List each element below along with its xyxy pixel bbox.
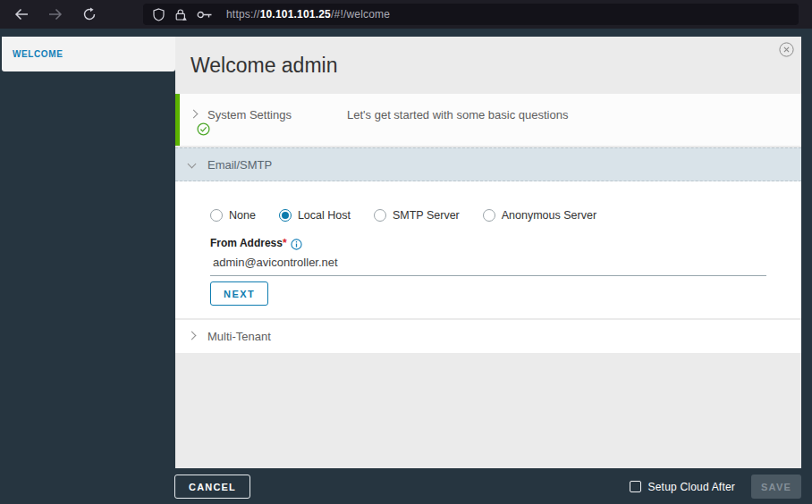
smtp-source-radio-group: None Local Host SMTP Server Anonymous Se… — [210, 209, 620, 222]
from-address-input[interactable] — [210, 254, 766, 276]
accordion-system-settings[interactable]: System Settings Let's get started with s… — [175, 94, 801, 146]
required-marker: * — [283, 237, 287, 249]
chevron-right-icon — [188, 332, 197, 340]
email-smtp-panel: None Local Host SMTP Server Anonymous Se… — [175, 181, 801, 318]
reload-button[interactable] — [77, 3, 102, 26]
url-text: https://10.101.101.25/#!/welcome — [226, 8, 390, 21]
chevron-down-icon — [188, 160, 197, 169]
accordion-email-smtp[interactable]: Email/SMTP — [175, 147, 801, 181]
radio-anonymous-server[interactable]: Anonymous Server — [483, 209, 596, 222]
sidebar-item-welcome[interactable]: WELCOME — [2, 37, 175, 71]
info-icon[interactable] — [291, 238, 302, 254]
check-circle-icon — [197, 122, 210, 139]
from-address-label: From Address — [210, 237, 283, 249]
save-button[interactable]: SAVE — [751, 475, 801, 499]
setup-cloud-after-label: Setup Cloud After — [648, 481, 735, 493]
forward-button[interactable] — [43, 3, 68, 26]
radio-label: None — [229, 209, 256, 222]
radio-circle-icon — [483, 209, 495, 222]
lock-warning-icon[interactable] — [174, 8, 187, 21]
radio-local-host[interactable]: Local Host — [279, 209, 351, 222]
modal-header: Welcome admin — [175, 37, 801, 94]
from-address-label-row: From Address* — [210, 237, 302, 254]
section-title: System Settings — [207, 108, 292, 122]
setup-cloud-after-checkbox[interactable] — [630, 481, 641, 492]
chevron-right-icon — [190, 110, 199, 119]
page-title: Welcome admin — [190, 54, 337, 78]
radio-label: Anonymous Server — [502, 209, 596, 222]
section-title: Multi-Tenant — [207, 330, 271, 343]
forward-icon — [48, 8, 63, 21]
section-title: Email/SMTP — [207, 158, 272, 172]
radio-circle-icon — [374, 209, 386, 222]
radio-circle-icon — [210, 209, 223, 222]
section-subtitle: Let's get started with some basic questi… — [347, 108, 568, 122]
radio-smtp-server[interactable]: SMTP Server — [374, 209, 460, 222]
modal-footer: CANCEL Setup Cloud After SAVE — [0, 468, 812, 504]
back-button[interactable] — [9, 3, 34, 26]
radio-circle-icon — [279, 209, 292, 222]
shield-icon[interactable] — [153, 8, 165, 21]
url-scheme: https:// — [226, 8, 260, 21]
back-icon — [14, 8, 29, 21]
close-icon — [779, 42, 794, 57]
key-icon[interactable] — [197, 10, 213, 20]
next-button[interactable]: NEXT — [210, 281, 268, 306]
url-bar[interactable]: https://10.101.101.25/#!/welcome — [143, 4, 799, 25]
sidebar-item-label: WELCOME — [13, 49, 63, 59]
cancel-button[interactable]: CANCEL — [174, 475, 250, 499]
app-background: WELCOME Welcome admin System Settings Le… — [0, 29, 812, 504]
radio-none[interactable]: None — [210, 209, 256, 222]
url-path: /#!/welcome — [331, 8, 390, 21]
accordion-multi-tenant[interactable]: Multi-Tenant — [175, 320, 801, 353]
close-button[interactable] — [777, 40, 795, 58]
radio-label: SMTP Server — [393, 209, 460, 222]
browser-toolbar: https://10.101.101.25/#!/welcome — [0, 0, 812, 29]
url-host: 10.101.101.25 — [260, 8, 331, 21]
welcome-modal: Welcome admin System Settings Let's get … — [175, 37, 801, 468]
reload-icon — [82, 7, 97, 21]
radio-label: Local Host — [298, 209, 351, 222]
footer-actions: Setup Cloud After SAVE — [630, 475, 801, 499]
